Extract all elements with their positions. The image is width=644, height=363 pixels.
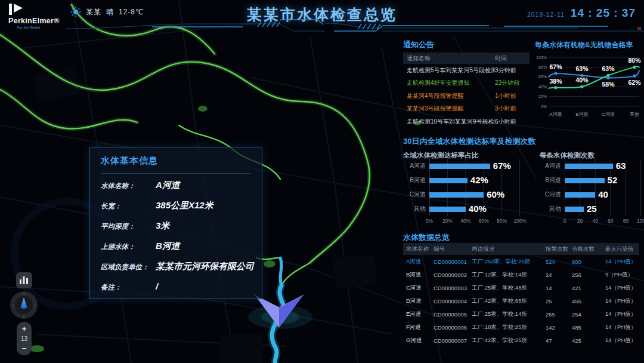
trend-ytick: 100% xyxy=(536,56,547,60)
bar-fill[interactable] xyxy=(429,207,466,212)
table-row[interactable]: F河道CD00000006工厂:18家、学校:25所14248514（PH值） xyxy=(403,321,639,334)
notice-row[interactable]: 某某河4号段报警提醒1小时前 xyxy=(403,90,530,103)
axis-tick: 40% xyxy=(460,218,470,224)
overview-cell: F河道 xyxy=(403,324,434,331)
trend-ytick: 60% xyxy=(538,75,547,79)
bar-chart-body: A河道63B河道52C河道40其他25 xyxy=(538,159,641,216)
bar-fill[interactable] xyxy=(429,192,484,198)
trend-xtick: C河道 xyxy=(602,112,615,117)
notice-row[interactable]: 走航检测4好车安更通知23分钟前 xyxy=(403,77,530,90)
table-row[interactable]: C河道CD00000003工厂:25家、学校:48所1442114（PH值） xyxy=(403,281,639,294)
waterbody-info-panel: 水体基本信息 水体名称：A河道长宽：385公里X12米平均深度：3米上游水体：B… xyxy=(89,147,262,299)
info-field-value: B河道 xyxy=(156,241,180,252)
trend-point[interactable] xyxy=(554,72,557,75)
axis-tick: 20% xyxy=(442,218,453,224)
overview-cell: 工厂:42家、学校:65所 xyxy=(472,297,546,305)
bar-track: 40 xyxy=(565,192,641,198)
overview-cell: 工厂:252家、学校:25所 xyxy=(472,258,546,266)
bar-category-label: B河道 xyxy=(403,176,429,184)
overview-cell: 265 xyxy=(546,311,572,318)
trend-point[interactable] xyxy=(580,85,583,88)
overview-cell: 14（PH值） xyxy=(605,310,639,318)
notice-row[interactable]: 走航检测10号车到某某河9号段检测6小时前 xyxy=(403,115,530,128)
bar-fill[interactable] xyxy=(429,164,490,169)
trend-point-label: 63% xyxy=(575,65,589,72)
trend-point[interactable] xyxy=(554,86,557,89)
overview-cell: 工厂:25家、学校:14所 xyxy=(472,310,546,318)
bar-row: 其他40% xyxy=(403,202,520,216)
trend-ytick: 80% xyxy=(538,65,547,69)
trend-point[interactable] xyxy=(633,66,636,69)
bar-value-label: 60% xyxy=(487,189,504,199)
bar-row: B河道42% xyxy=(403,173,520,187)
info-field: 区域负责单位：某某市元河环保有限公司 xyxy=(101,261,251,281)
overview-header-row: 水体名称编号周边情况报警次数合格次数最大污染值 xyxy=(403,243,639,255)
overview-col-header: 水体名称 xyxy=(403,245,434,253)
trend-chart[interactable]: 0%20%40%60%80%100%A河道B河道C河道其他67%63%58%62… xyxy=(533,49,643,121)
bar-category-label: C河道 xyxy=(538,190,565,199)
notice-time: 1小时前 xyxy=(495,92,526,100)
bar-track: 60% xyxy=(429,192,520,198)
notice-time: 3分钟前 xyxy=(495,66,526,75)
bar-fill[interactable] xyxy=(565,207,584,212)
bar-category-label: B河道 xyxy=(538,176,565,184)
bar-fill[interactable] xyxy=(429,178,467,183)
notice-name: 走航检测4好车安更通知 xyxy=(407,79,495,87)
bar-value-label: 67% xyxy=(493,161,511,171)
zoom-out-button[interactable]: − xyxy=(22,344,27,352)
notice-row[interactable]: 走航检测5号车到某某河5号段检测3分钟前 xyxy=(403,64,530,77)
trend-point-label: 63% xyxy=(602,65,615,72)
table-row[interactable]: B河道CD00000002工厂:12家、学校:14所242569（PH值） xyxy=(403,268,639,281)
overview-cell: C河道 xyxy=(403,284,434,292)
overview-col-header: 周边情况 xyxy=(472,245,546,253)
overview-cell: 工厂:25家、学校:48所 xyxy=(472,284,546,292)
trend-xtick: B河道 xyxy=(575,112,588,117)
overview-col-header: 最大污染值 xyxy=(605,245,639,253)
trend-point-label: 80% xyxy=(628,57,641,64)
overview-cell: 工厂:18家、学校:25所 xyxy=(472,324,546,331)
notices-col-name: 通知名称 xyxy=(407,54,495,63)
bar-track: 25 xyxy=(565,207,641,212)
trend-ytick: 0% xyxy=(541,104,547,109)
count-bar-chart[interactable]: A河道63B河道52C河道40其他25020406080100 xyxy=(538,159,641,224)
table-row[interactable]: D河道CD00000004工厂:42家、学校:65所2545514（PH值） xyxy=(403,294,639,307)
map-stats-button[interactable] xyxy=(16,272,32,288)
overview-cell: 工厂:12家、学校:14所 xyxy=(472,271,546,279)
zoom-in-button[interactable]: + xyxy=(22,325,27,333)
notice-row[interactable]: 某某河3号段报警提醒3小时前 xyxy=(403,103,530,116)
bar-row: B河道52 xyxy=(538,173,641,187)
notice-time: 23分钟前 xyxy=(495,79,526,87)
bar-chart-icon xyxy=(20,276,29,284)
bar-fill[interactable] xyxy=(565,178,605,183)
axis-tick: 80% xyxy=(497,218,507,224)
table-row[interactable]: A河道CD00000001工厂:252家、学校:25所52460014（PH值） xyxy=(403,255,639,268)
rate-bar-chart[interactable]: A河道67%B河道42%C河道60%其他40%0%20%40%60%80%100… xyxy=(403,159,520,224)
overview-cell: 14（PH值） xyxy=(605,324,639,331)
table-row[interactable]: E河道CD00000005工厂:25家、学校:14所26525414（PH值） xyxy=(403,307,639,321)
notices-panel: 通知名称 时间 走航检测5号车到某某河5号段检测3分钟前走航检测4好车安更通知2… xyxy=(403,53,530,128)
map-compass-control[interactable]: ‹› ˄˅ xyxy=(10,291,38,319)
overview-cell: 9（PH值） xyxy=(605,271,639,279)
bar-track: 63 xyxy=(565,164,641,169)
trend-point-label: 62% xyxy=(628,79,641,86)
bar-fill[interactable] xyxy=(565,192,595,198)
overview-cell: CD00000002 xyxy=(434,272,472,278)
bar-value-label: 25 xyxy=(587,204,597,214)
overview-cell: 工厂:42家、学校:25所 xyxy=(472,337,546,344)
bar-category-label: C河道 xyxy=(403,190,429,199)
overview-col-header: 报警次数 xyxy=(546,245,572,253)
notices-title: 通知公告 xyxy=(403,39,434,50)
bar-track: 67% xyxy=(429,164,520,169)
info-field-value: 3米 xyxy=(156,220,169,232)
info-field-label: 区域负责单位： xyxy=(101,263,156,272)
current-date: 2019-12-11 xyxy=(527,11,565,18)
bar-fill[interactable] xyxy=(565,164,613,169)
weather-condition: 晴 xyxy=(106,7,114,17)
axis-tick: 20 xyxy=(577,218,583,224)
sun-icon xyxy=(70,7,81,17)
info-field: 备注：/ xyxy=(101,281,251,302)
overview-body: A河道CD00000001工厂:252家、学校:25所52460014（PH值）… xyxy=(403,255,639,347)
trend-point[interactable] xyxy=(633,75,636,78)
table-row[interactable]: G河道CD00000007工厂:42家、学校:25所4742514（PH值） xyxy=(403,334,639,347)
trend-point[interactable] xyxy=(606,74,609,77)
